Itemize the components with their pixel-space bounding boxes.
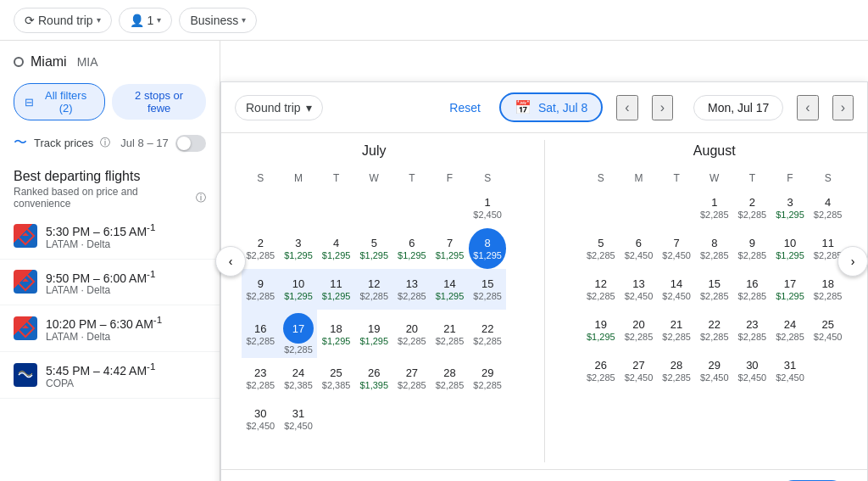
- stops-button[interactable]: 2 stops or fewe: [112, 84, 206, 120]
- calendar-day-cell[interactable]: 1$2,450: [469, 187, 507, 228]
- calendar-day-cell[interactable]: 5$1,295: [355, 228, 393, 269]
- calendar-day-cell[interactable]: 25$2,385: [317, 358, 355, 399]
- calendar-trip-type-button[interactable]: Round trip ▾: [235, 95, 323, 120]
- calendar-day-cell[interactable]: 26$1,395: [355, 358, 393, 399]
- calendar-day-cell[interactable]: 9$2,285: [733, 228, 771, 269]
- calendar-day-cell[interactable]: 5$2,285: [582, 228, 620, 269]
- calendar-day-cell[interactable]: 3$1,295: [771, 187, 810, 228]
- calendar-day-cell[interactable]: 9$2,285: [242, 269, 280, 310]
- calendar-day-cell[interactable]: 27$2,450: [620, 350, 658, 391]
- day-of-week: T: [317, 169, 355, 187]
- calendar-day-cell[interactable]: 7$1,295: [431, 228, 469, 269]
- flight-item[interactable]: 9:50 PM – 6:00 AM-1LATAM · Delta: [0, 260, 220, 306]
- start-date-next-button[interactable]: ›: [652, 95, 673, 120]
- calendar-day-cell[interactable]: 29$2,450: [695, 350, 733, 391]
- calendar-day-cell[interactable]: 13$2,450: [620, 269, 658, 310]
- calendar-day-cell[interactable]: 20$2,285: [393, 310, 431, 358]
- calendar-day-cell[interactable]: 27$2,285: [393, 358, 431, 399]
- calendar-day-cell[interactable]: 8$1,295: [469, 228, 507, 269]
- flight-item[interactable]: 5:30 PM – 6:15 AM-1LATAM · Delta: [0, 213, 220, 260]
- calendar-day-cell[interactable]: 15$2,285: [469, 269, 507, 310]
- end-date-button[interactable]: Mon, Jul 17: [693, 95, 783, 120]
- calendar-day-cell[interactable]: 6$1,295: [393, 228, 431, 269]
- calendar-day-cell[interactable]: 12$2,285: [355, 269, 393, 310]
- passengers-button[interactable]: 👤 1 ▾: [119, 8, 173, 33]
- month-divider: [544, 140, 545, 462]
- calendar-day-cell[interactable]: 17$2,285: [280, 310, 318, 358]
- calendar-day-cell[interactable]: 28$2,285: [431, 358, 469, 399]
- calendar-day-cell[interactable]: 1$2,285: [695, 187, 733, 228]
- calendar-day-cell[interactable]: 24$2,385: [280, 358, 318, 399]
- calendar-day-cell[interactable]: 20$2,285: [620, 310, 658, 350]
- latam-logo: [14, 224, 37, 248]
- flight-item[interactable]: 10:20 PM – 6:30 AM-1LATAM · Delta: [0, 305, 220, 352]
- end-date-next-button[interactable]: ›: [832, 95, 854, 120]
- calendar-day-cell[interactable]: 30$2,450: [733, 350, 771, 391]
- calendar-day-cell[interactable]: 26$2,285: [582, 350, 620, 391]
- start-date-text: Sat, Jul 8: [538, 101, 587, 115]
- start-date-button[interactable]: 📅 Sat, Jul 8: [499, 92, 603, 122]
- calendar-day-cell: [317, 399, 355, 439]
- calendar-day-cell[interactable]: 18$1,295: [317, 310, 355, 358]
- start-date-prev-button[interactable]: ‹: [616, 95, 637, 120]
- calendar-next-nav-button[interactable]: ›: [837, 246, 868, 277]
- reset-button[interactable]: Reset: [444, 96, 486, 120]
- calendar-day-cell[interactable]: 12$2,285: [582, 269, 620, 310]
- calendar-day-cell[interactable]: 23$2,285: [733, 310, 771, 350]
- calendar-day-cell[interactable]: 16$2,285: [242, 310, 280, 358]
- calendar-prev-nav-button[interactable]: ‹: [215, 246, 246, 277]
- calendar-day-cell[interactable]: 22$2,285: [695, 310, 733, 350]
- calendar-day-cell[interactable]: 21$2,285: [658, 310, 696, 350]
- calendar-day-cell[interactable]: 7$2,450: [658, 228, 696, 269]
- track-row: 〜 Track prices ⓘ Jul 8 – 17: [0, 127, 220, 159]
- calendar-day-cell[interactable]: 31$2,450: [280, 399, 318, 439]
- calendar-day-cell[interactable]: 2$2,285: [733, 187, 771, 228]
- calendar-day-cell[interactable]: 13$2,285: [393, 269, 431, 310]
- day-price: $2,285: [246, 380, 275, 390]
- origin-circle-icon: [14, 57, 24, 67]
- calendar-day-cell[interactable]: 6$2,450: [620, 228, 658, 269]
- calendar-day-cell: [469, 399, 507, 439]
- calendar-day-cell[interactable]: 25$2,450: [809, 310, 847, 350]
- calendar-day-cell[interactable]: 14$1,295: [431, 269, 469, 310]
- calendar-day-cell[interactable]: 10$1,295: [771, 228, 810, 269]
- calendar-day-cell[interactable]: 31$2,450: [771, 350, 810, 391]
- flight-item[interactable]: 5:45 PM – 4:42 AM-1COPA: [0, 352, 220, 399]
- calendar-day-cell[interactable]: 2$2,285: [242, 228, 280, 269]
- day-price: $2,285: [700, 332, 729, 342]
- calendar-day-cell[interactable]: 19$1,295: [355, 310, 393, 358]
- calendar-day-cell[interactable]: 16$2,285: [733, 269, 771, 310]
- day-number: 17: [292, 322, 304, 335]
- day-price: $2,285: [246, 250, 275, 260]
- flight-airline: LATAM · Delta: [46, 238, 155, 250]
- calendar-day-cell[interactable]: 19$1,295: [582, 310, 620, 350]
- track-toggle[interactable]: [175, 135, 206, 152]
- round-trip-button[interactable]: ⟳ Round trip ▾: [14, 8, 112, 33]
- calendar-day-cell[interactable]: 29$2,285: [469, 358, 507, 399]
- calendar-day-cell[interactable]: 11$1,295: [317, 269, 355, 310]
- calendar-day-cell[interactable]: 14$2,450: [658, 269, 696, 310]
- calendar-day-cell: [658, 187, 696, 228]
- calendar-day-cell[interactable]: 17$1,295: [771, 269, 810, 310]
- calendar-day-cell[interactable]: 23$2,285: [242, 358, 280, 399]
- day-of-week: M: [620, 169, 658, 187]
- day-price: $2,450: [625, 291, 654, 301]
- calendar-day-cell[interactable]: 24$2,285: [771, 310, 810, 350]
- calendar-day-cell[interactable]: 8$2,285: [695, 228, 733, 269]
- all-filters-button[interactable]: ⊟ All filters (2): [14, 83, 105, 120]
- day-number: 30: [746, 359, 758, 372]
- calendar-day-cell[interactable]: 15$2,285: [695, 269, 733, 310]
- calendar-day-cell[interactable]: 21$2,285: [431, 310, 469, 358]
- class-button[interactable]: Business ▾: [179, 8, 257, 33]
- calendar-day-cell[interactable]: 22$2,285: [469, 310, 507, 358]
- day-of-week: T: [393, 169, 431, 187]
- calendar-day-cell[interactable]: 30$2,450: [242, 399, 280, 439]
- end-date-prev-button[interactable]: ‹: [797, 95, 818, 120]
- calendar-day-cell[interactable]: 10$1,295: [280, 269, 318, 310]
- calendar-day-cell[interactable]: 28$2,285: [658, 350, 696, 391]
- calendar-day-cell[interactable]: 18$2,285: [809, 269, 847, 310]
- calendar-day-cell[interactable]: 4$2,285: [809, 187, 847, 228]
- calendar-day-cell[interactable]: 4$1,295: [317, 228, 355, 269]
- calendar-day-cell[interactable]: 3$1,295: [280, 228, 318, 269]
- day-number: 18: [330, 322, 342, 335]
